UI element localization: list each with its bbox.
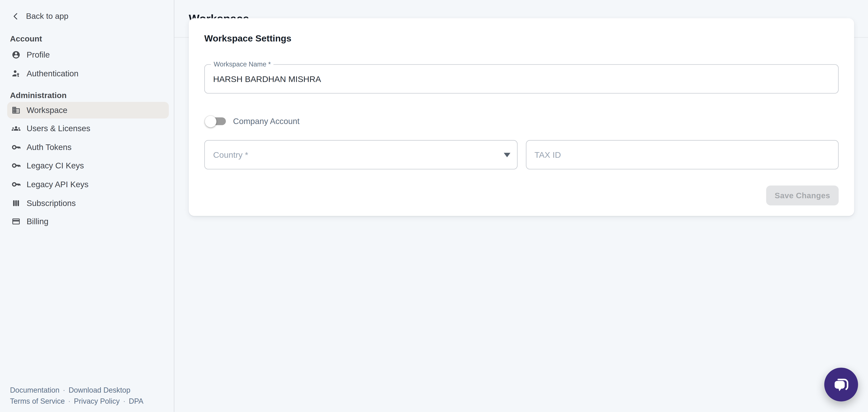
tax-id-placeholder: TAX ID: [526, 150, 561, 159]
sidebar-item-workspace[interactable]: Workspace: [7, 102, 169, 118]
sidebar-item-label: Workspace: [27, 106, 67, 115]
sidebar-item-label: Authentication: [27, 69, 79, 78]
sidebar-item-label: Profile: [27, 50, 50, 59]
sidebar-item-subscriptions[interactable]: Subscriptions: [7, 195, 169, 211]
key-icon: [11, 180, 21, 189]
settings-sidebar: Back to app Account Profile Authenticati: [0, 0, 175, 412]
link-privacy-policy[interactable]: Privacy Policy: [74, 397, 120, 405]
workspace-name-label: Workspace Name *: [211, 60, 274, 68]
section-header-administration: Administration: [10, 90, 174, 99]
users-icon: [11, 124, 21, 133]
footer-separator: ·: [63, 386, 65, 394]
workspace-building-icon: [11, 106, 21, 115]
chat-widget-button[interactable]: [824, 367, 858, 401]
profile-icon: [11, 50, 21, 59]
company-account-row: Company Account: [204, 112, 300, 130]
country-tax-row: Country * TAX ID: [204, 140, 839, 169]
link-download-desktop[interactable]: Download Desktop: [69, 386, 130, 394]
country-select[interactable]: Country *: [204, 140, 517, 169]
link-documentation[interactable]: Documentation: [10, 386, 60, 394]
sidebar-item-users-licenses[interactable]: Users & Licenses: [7, 120, 169, 137]
company-account-toggle[interactable]: [204, 114, 226, 129]
save-changes-button[interactable]: Save Changes: [766, 185, 839, 205]
sidebar-item-label: Subscriptions: [27, 199, 76, 207]
workspace-name-value: HARSH BARDHAN MISHRA: [205, 74, 321, 84]
sidebar-item-profile[interactable]: Profile: [7, 47, 169, 63]
link-terms-of-service[interactable]: Terms of Service: [10, 397, 65, 405]
billing-icon: [11, 217, 21, 226]
card-title: Workspace Settings: [204, 33, 291, 43]
sidebar-item-authentication[interactable]: Authentication: [7, 65, 169, 82]
sidebar-item-auth-tokens[interactable]: Auth Tokens: [7, 139, 169, 156]
sidebar-item-legacy-ci-keys[interactable]: Legacy CI Keys: [7, 157, 169, 174]
link-dpa[interactable]: DPA: [129, 397, 143, 405]
back-to-app-label: Back to app: [26, 11, 68, 21]
sidebar-item-label: Legacy API Keys: [27, 180, 89, 189]
authentication-icon: [11, 69, 21, 78]
chat-bubbles-icon: [833, 376, 850, 393]
app-window: Back to app Account Profile Authenticati: [0, 0, 868, 412]
back-to-app-button[interactable]: Back to app: [0, 8, 174, 24]
tax-id-input[interactable]: TAX ID: [526, 140, 839, 169]
sidebar-item-label: Users & Licenses: [27, 124, 90, 133]
chevron-left-icon: [11, 12, 20, 20]
dropdown-arrow-icon: [503, 152, 510, 157]
footer-separator: ·: [123, 397, 126, 405]
sidebar-item-legacy-api-keys[interactable]: Legacy API Keys: [7, 176, 169, 193]
main-content: Workspace Workspace Settings Workspace N…: [175, 0, 868, 412]
company-account-label: Company Account: [233, 117, 300, 126]
subscriptions-icon: [11, 199, 21, 207]
sidebar-item-label: Billing: [27, 217, 49, 226]
sidebar-item-billing[interactable]: Billing: [7, 213, 169, 230]
workspace-name-input[interactable]: Workspace Name * HARSH BARDHAN MISHRA: [204, 64, 839, 93]
country-label: Country *: [205, 150, 248, 159]
sidebar-item-label: Auth Tokens: [27, 143, 71, 152]
sidebar-footer: Documentation·Download Desktop Terms of …: [10, 385, 143, 406]
section-header-account: Account: [10, 34, 174, 43]
sidebar-item-label: Legacy CI Keys: [27, 161, 84, 170]
workspace-settings-card: Workspace Settings Workspace Name * HARS…: [189, 18, 854, 216]
key-icon: [11, 161, 21, 170]
toggle-thumb: [205, 116, 216, 127]
key-icon: [11, 143, 21, 152]
footer-separator: ·: [68, 397, 70, 405]
